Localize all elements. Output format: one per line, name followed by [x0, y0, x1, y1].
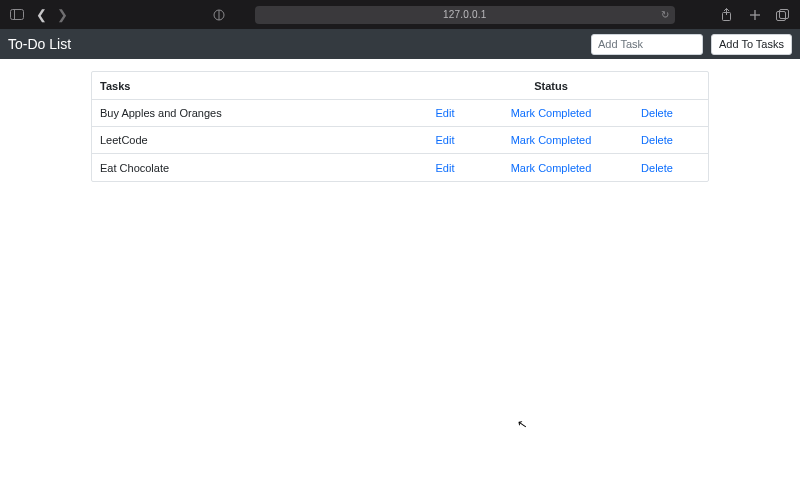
reader-icon[interactable]	[212, 8, 226, 22]
table-row: LeetCode Edit Mark Completed Delete	[92, 127, 708, 154]
content: Tasks Status Buy Apples and Oranges Edit…	[0, 59, 800, 182]
svg-rect-8	[777, 11, 786, 20]
toolbar-left: ❮ ❯	[10, 8, 68, 22]
app-header: To-Do List Add To Tasks	[0, 29, 800, 59]
address-text: 127.0.0.1	[443, 9, 487, 20]
new-tab-icon[interactable]	[748, 8, 762, 22]
browser-toolbar: ❮ ❯ 127.0.0.1 ↻	[0, 0, 800, 29]
edit-button[interactable]: Edit	[392, 107, 498, 119]
reload-icon[interactable]: ↻	[661, 9, 669, 20]
address-bar[interactable]: 127.0.0.1 ↻	[255, 6, 675, 24]
toolbar-right	[720, 8, 790, 22]
mark-completed-button[interactable]: Mark Completed	[498, 162, 604, 174]
mark-completed-button[interactable]: Mark Completed	[498, 134, 604, 146]
add-task-input[interactable]	[591, 34, 703, 55]
col-status: Status	[498, 80, 604, 92]
add-to-tasks-button[interactable]: Add To Tasks	[711, 34, 792, 55]
cursor-icon: ↖	[516, 416, 528, 432]
edit-button[interactable]: Edit	[392, 134, 498, 146]
svg-rect-9	[780, 9, 789, 18]
task-name: Eat Chocolate	[92, 162, 392, 174]
svg-rect-0	[11, 10, 24, 20]
tasks-table: Tasks Status Buy Apples and Oranges Edit…	[91, 71, 709, 182]
page-title: To-Do List	[8, 36, 71, 52]
task-name: Buy Apples and Oranges	[92, 107, 392, 119]
table-row: Buy Apples and Oranges Edit Mark Complet…	[92, 100, 708, 127]
share-icon[interactable]	[720, 8, 734, 22]
forward-icon[interactable]: ❯	[57, 8, 68, 21]
delete-button[interactable]: Delete	[604, 162, 710, 174]
mark-completed-button[interactable]: Mark Completed	[498, 107, 604, 119]
tabs-icon[interactable]	[776, 8, 790, 22]
task-name: LeetCode	[92, 134, 392, 146]
edit-button[interactable]: Edit	[392, 162, 498, 174]
nav-buttons: ❮ ❯	[36, 8, 68, 21]
col-tasks: Tasks	[92, 80, 392, 92]
table-row: Eat Chocolate Edit Mark Completed Delete	[92, 154, 708, 181]
back-icon[interactable]: ❮	[36, 8, 47, 21]
table-header-row: Tasks Status	[92, 72, 708, 100]
sidebar-toggle-icon[interactable]	[10, 8, 24, 22]
delete-button[interactable]: Delete	[604, 107, 710, 119]
delete-button[interactable]: Delete	[604, 134, 710, 146]
